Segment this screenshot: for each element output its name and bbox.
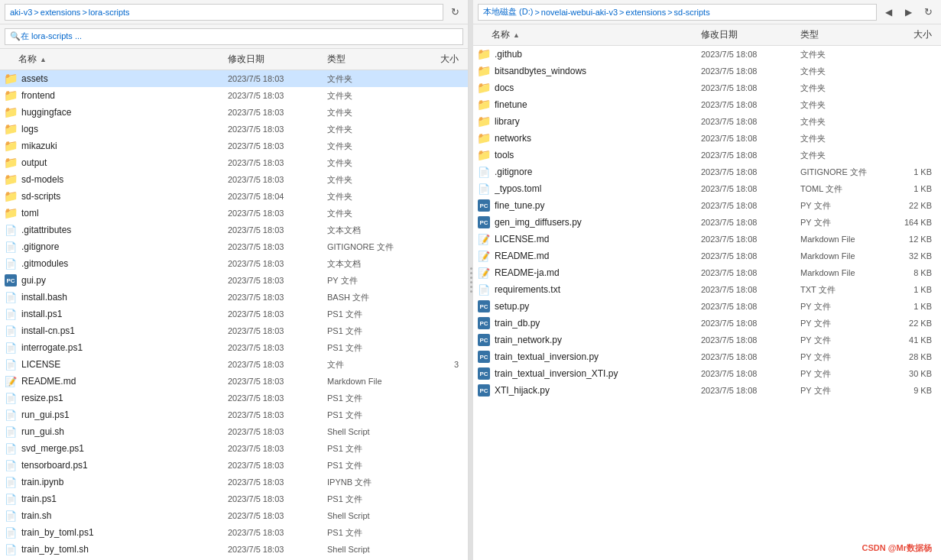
right-path-part-3[interactable]: sd-scripts [674,8,710,17]
file-date: 2023/7/5 18:08 [701,83,800,92]
file-row[interactable]: 📄 LICENSE 2023/7/5 18:03 文件 3 [0,356,468,373]
file-row[interactable]: 📄 train.ps1 2023/7/5 18:03 PS1 文件 [0,490,468,507]
file-row[interactable]: 📄 train_by_toml.sh 2023/7/5 18:03 Shell … [0,541,468,558]
file-row[interactable]: PC fine_tune.py 2023/7/5 18:08 PY 文件 22 … [473,197,941,214]
file-row[interactable]: 📄 interrogate.ps1 2023/7/5 18:03 PS1 文件 [0,339,468,356]
file-row[interactable]: 📄 train_by_toml.ps1 2023/7/5 18:03 PS1 文… [0,524,468,541]
file-row[interactable]: 📁 sd-scripts 2023/7/5 18:04 文件夹 [0,188,468,205]
file-row[interactable]: 📁 .github 2023/7/5 18:08 文件夹 [473,46,941,63]
file-name: train.ipynb [21,477,228,487]
file-row[interactable]: PC XTI_hijack.py 2023/7/5 18:08 PY 文件 9 … [473,382,941,399]
file-icon-container: 📄 [3,441,18,456]
left-file-list[interactable]: 📁 assets 2023/7/5 18:03 文件夹 📁 frontend 2… [0,70,468,560]
file-icon-container: 📁 [3,138,18,154]
left-col-size-header[interactable]: 大小 [419,53,465,66]
file-row[interactable]: 📄 install.ps1 2023/7/5 18:03 PS1 文件 [0,306,468,322]
file-row[interactable]: 📁 output 2023/7/5 18:03 文件夹 [0,154,468,171]
ps1-icon: 📄 [5,409,17,421]
file-row[interactable]: 📄 .gitattributes 2023/7/5 18:03 文本文档 [0,222,468,238]
file-name: .github [495,49,701,60]
py-icon: PC [478,199,490,212]
file-row[interactable]: PC gui.py 2023/7/5 18:03 PY 文件 [0,272,468,289]
file-row[interactable]: 📁 assets 2023/7/5 18:03 文件夹 [0,70,468,87]
file-row[interactable]: PC train_network.py 2023/7/5 18:08 PY 文件… [473,332,941,348]
file-row[interactable]: 📄 tensorboard.ps1 2023/7/5 18:03 PS1 文件 [0,457,468,474]
left-refresh-button[interactable]: ↻ [446,4,463,21]
file-row[interactable]: PC gen_img_diffusers.py 2023/7/5 18:08 P… [473,214,941,231]
file-row[interactable]: 📄 run_gui.sh 2023/7/5 18:03 Shell Script [0,423,468,440]
right-refresh-button[interactable]: ↻ [920,4,936,21]
file-row[interactable]: 📄 svd_merge.ps1 2023/7/5 18:03 PS1 文件 [0,440,468,457]
file-row[interactable]: 📁 toml 2023/7/5 18:03 文件夹 [0,205,468,222]
file-row[interactable]: 📄 install-cn.ps1 2023/7/5 18:03 PS1 文件 [0,322,468,339]
file-row[interactable]: 📄 .gitignore 2023/7/5 18:03 GITIGNORE 文件 [0,238,468,255]
file-name: train_db.py [495,318,701,329]
md-icon: 📝 [478,267,490,279]
left-address-path[interactable]: aki-v3 > extensions > lora-scripts [5,4,443,21]
file-row[interactable]: PC setup.py 2023/7/5 18:08 PY 文件 1 KB [473,298,941,315]
file-icon-container: 📄 [3,323,18,338]
folder-icon: 📁 [4,105,18,119]
file-row[interactable]: 📄 train.ipynb 2023/7/5 18:03 IPYNB 文件 [0,474,468,490]
file-row[interactable]: 📄 .gitignore 2023/7/5 18:08 GITIGNORE 文件… [473,163,941,180]
file-row[interactable]: 📁 frontend 2023/7/5 18:03 文件夹 [0,87,468,104]
right-forward-button[interactable]: ▶ [900,4,917,21]
left-path-part-1[interactable]: extensions [41,8,81,17]
ps1-icon: 📄 [5,309,17,320]
file-icon-container: 📄 [3,357,18,372]
left-col-type-header[interactable]: 类型 [327,53,419,66]
file-size: 12 KB [892,235,938,244]
left-path-part-2[interactable]: lora-scripts [89,8,130,17]
gitignore-icon: 📄 [478,167,490,178]
right-col-type-header[interactable]: 类型 [800,28,892,41]
right-path-part-0[interactable]: 本地磁盘 (D:) [483,6,533,18]
file-row[interactable]: 📄 train.sh 2023/7/5 18:03 Shell Script [0,507,468,524]
file-row[interactable]: 📝 README-ja.md 2023/7/5 18:08 Markdown F… [473,264,941,281]
right-path-part-1[interactable]: novelai-webui-aki-v3 [541,8,618,17]
file-row[interactable]: PC train_db.py 2023/7/5 18:08 PY 文件 22 K… [473,315,941,332]
file-row[interactable]: 📄 resize.ps1 2023/7/5 18:03 PS1 文件 [0,390,468,406]
file-row[interactable]: 📄 requirements.txt 2023/7/5 18:08 TXT 文件… [473,281,941,298]
file-date: 2023/7/5 18:03 [228,108,327,117]
left-search-bar[interactable]: 🔍 在 lora-scripts ... [5,28,463,45]
file-row[interactable]: 📁 library 2023/7/5 18:08 文件夹 [473,113,941,130]
right-col-size-header[interactable]: 大小 [892,28,938,41]
file-row[interactable]: PC train_textual_inversion.py 2023/7/5 1… [473,348,941,365]
file-row[interactable]: PC train_textual_inversion_XTI.py 2023/7… [473,365,941,382]
right-address-path[interactable]: 本地磁盘 (D:) > novelai-webui-aki-v3 > exten… [478,4,877,21]
right-col-name-header[interactable]: 名称 ▲ [476,28,701,41]
file-size: 1 KB [892,167,938,176]
file-icon-container: 📄 [3,390,18,406]
file-row[interactable]: 📁 sd-models 2023/7/5 18:03 文件夹 [0,171,468,188]
file-type: 文件夹 [327,191,419,202]
file-row[interactable]: 📄 install.bash 2023/7/5 18:03 BASH 文件 [0,289,468,306]
sh-icon: 📄 [5,426,17,438]
left-path-part-0[interactable]: aki-v3 [10,8,32,17]
file-name: bitsandbytes_windows [495,66,701,76]
left-pane: aki-v3 > extensions > lora-scripts ↻ 🔍 在… [0,0,469,560]
left-col-date-header[interactable]: 修改日期 [228,53,327,66]
pane-splitter[interactable] [469,0,473,560]
right-path-part-2[interactable]: extensions [626,8,667,17]
sh-icon: 📄 [5,510,17,522]
file-row[interactable]: 📁 bitsandbytes_windows 2023/7/5 18:08 文件… [473,63,941,79]
right-col-date-header[interactable]: 修改日期 [701,28,800,41]
file-row[interactable]: 📁 docs 2023/7/5 18:08 文件夹 [473,79,941,96]
file-row[interactable]: 📝 LICENSE.md 2023/7/5 18:08 Markdown Fil… [473,231,941,248]
file-row[interactable]: 📁 finetune 2023/7/5 18:08 文件夹 [473,96,941,113]
file-row[interactable]: 📁 logs 2023/7/5 18:03 文件夹 [0,121,468,138]
file-row[interactable]: 📁 mikazuki 2023/7/5 18:03 文件夹 [0,138,468,154]
file-row[interactable]: 📁 networks 2023/7/5 18:08 文件夹 [473,130,941,147]
left-col-name-header[interactable]: 名称 ▲ [3,53,228,66]
right-file-list[interactable]: 📁 .github 2023/7/5 18:08 文件夹 📁 bitsandby… [473,46,941,560]
file-row[interactable]: 📝 README.md 2023/7/5 18:08 Markdown File… [473,248,941,264]
file-row[interactable]: 📁 tools 2023/7/5 18:08 文件夹 [473,147,941,163]
file-row[interactable]: 📁 huggingface 2023/7/5 18:03 文件夹 [0,104,468,121]
file-name: install.ps1 [21,309,228,319]
file-row[interactable]: 📝 README.md 2023/7/5 18:03 Markdown File [0,373,468,390]
md-icon: 📝 [478,251,490,262]
file-row[interactable]: 📄 run_gui.ps1 2023/7/5 18:03 PS1 文件 [0,406,468,423]
right-back-button[interactable]: ◀ [880,4,897,21]
file-row[interactable]: 📄 _typos.toml 2023/7/5 18:08 TOML 文件 1 K… [473,180,941,197]
file-row[interactable]: 📄 .gitmodules 2023/7/5 18:03 文本文档 [0,255,468,272]
